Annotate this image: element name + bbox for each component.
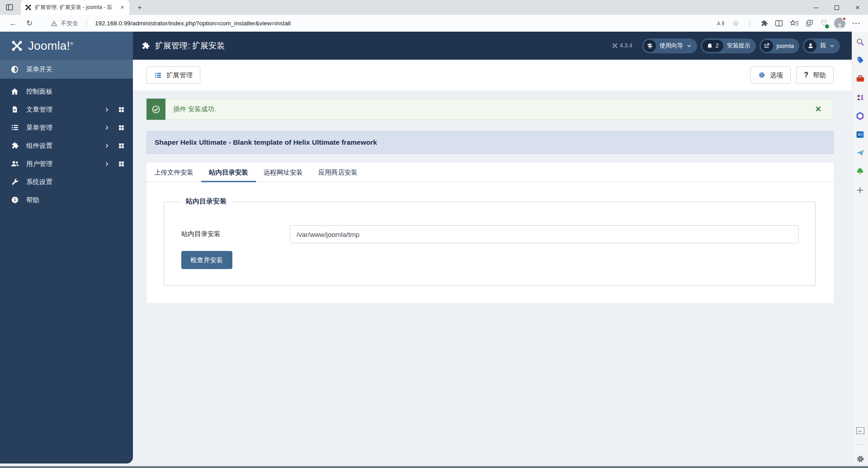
- games-icon[interactable]: [856, 93, 865, 102]
- browser-tab[interactable]: 扩展管理: 扩展安装 - joomla - 后 ✕: [21, 0, 129, 15]
- minimize-button[interactable]: —: [806, 0, 826, 15]
- maximize-button[interactable]: [826, 0, 847, 15]
- sidebar-item-users[interactable]: 用户管理: [0, 155, 133, 173]
- toggle-icon: [10, 65, 19, 74]
- extension-manager-button[interactable]: 扩展管理: [146, 66, 200, 84]
- check-and-install-button[interactable]: 检查并安装: [181, 251, 232, 269]
- sidebar-item-controls: [104, 106, 125, 113]
- grid-icon[interactable]: [118, 124, 125, 131]
- tab-install-from-web[interactable]: 应用商店安装: [311, 163, 365, 182]
- security-label: 不安全: [61, 19, 78, 28]
- window-bottom-edge: [0, 466, 868, 468]
- notification-count: 2: [716, 43, 719, 49]
- gear-icon: [758, 71, 765, 79]
- toolbox-icon[interactable]: [856, 74, 865, 83]
- sidebar-item-label: 帮助: [26, 196, 39, 204]
- microsoft-365-icon[interactable]: [856, 111, 865, 120]
- extension-manager-label: 扩展管理: [166, 71, 193, 80]
- site-security-button[interactable]: 不安全: [51, 19, 78, 28]
- window-controls: — ✕: [806, 0, 868, 15]
- browser-navbar: ← ↻ 不安全 192.168.0.99/administrator/index…: [0, 15, 868, 32]
- new-tab-button[interactable]: +: [134, 2, 146, 14]
- extension-name-banner: Shaper Helix Ultimate - Blank template o…: [146, 131, 834, 154]
- outlook-icon[interactable]: [856, 130, 865, 139]
- browser-titlebar: 扩展管理: 扩展安装 - joomla - 后 ✕ + — ✕: [0, 0, 868, 15]
- sidebar-item-menus[interactable]: 菜单管理: [0, 118, 133, 137]
- sidebar-item-system[interactable]: 系统设置: [0, 173, 133, 191]
- chevron-right-icon[interactable]: [104, 161, 110, 167]
- joomla-logo-icon: [11, 40, 23, 52]
- chevron-right-icon[interactable]: [104, 125, 110, 131]
- joomla-logo[interactable]: Joomla!®: [0, 32, 133, 60]
- guided-tour-pill[interactable]: 使用向导: [642, 38, 697, 53]
- document-icon: [10, 105, 19, 113]
- close-button[interactable]: ✕: [847, 0, 868, 15]
- shopping-tag-icon[interactable]: [856, 56, 865, 65]
- refresh-button[interactable]: ↻: [24, 19, 35, 28]
- favorites-bar-icon[interactable]: [790, 19, 799, 27]
- sidebar-item-content[interactable]: 文章管理: [0, 100, 133, 118]
- guided-tour-label: 使用向导: [660, 42, 683, 50]
- screenshot-icon[interactable]: ✂: [856, 426, 865, 435]
- grid-icon[interactable]: [118, 161, 125, 167]
- sidebar-item-dashboard[interactable]: 控制面板: [0, 82, 133, 100]
- browser-essentials-icon[interactable]: ♡: [821, 19, 827, 28]
- bell-icon: [707, 43, 713, 49]
- help-button[interactable]: ? 帮助: [796, 66, 834, 84]
- sidebar-item-menu-toggle[interactable]: 菜单开关: [0, 60, 133, 79]
- chevron-right-icon[interactable]: [104, 143, 110, 149]
- sidebar-item-label: 菜单开关: [26, 65, 52, 74]
- add-icon[interactable]: [856, 185, 865, 194]
- chevron-down-icon: [687, 43, 692, 48]
- user-menu-pill[interactable]: 我: [803, 38, 840, 53]
- users-icon: [10, 159, 19, 168]
- tree-icon[interactable]: [856, 167, 865, 176]
- page-toolbar: 扩展管理 选项 ? 帮助: [133, 60, 852, 90]
- grid-icon[interactable]: [118, 106, 125, 113]
- chevron-right-icon[interactable]: [104, 107, 110, 113]
- options-button[interactable]: 选项: [750, 66, 791, 84]
- edge-sidebar: ✂: [852, 32, 868, 468]
- install-folder-label: 站内目录安装: [181, 230, 221, 238]
- read-aloud-icon[interactable]: A: [717, 19, 726, 27]
- tab-install-from-url[interactable]: 远程网址安装: [256, 163, 311, 182]
- paper-plane-icon[interactable]: [856, 148, 865, 157]
- help-label: 帮助: [813, 71, 826, 80]
- tab-upload-package[interactable]: 上传文件安装: [146, 163, 201, 182]
- search-icon[interactable]: [856, 37, 865, 46]
- success-icon-block: [146, 99, 165, 120]
- collections-icon[interactable]: [806, 19, 814, 27]
- sidebar-item-components[interactable]: 组件设置: [0, 137, 133, 155]
- split-screen-icon[interactable]: [775, 20, 783, 27]
- user-menu-label: 我: [820, 42, 826, 50]
- grid-icon[interactable]: [118, 142, 125, 149]
- joomla-logo-text: Joomla!®: [28, 39, 73, 53]
- notifications-pill[interactable]: 2 安装提示: [701, 38, 756, 53]
- check-circle-icon: [151, 105, 160, 114]
- back-button[interactable]: ←: [7, 19, 19, 28]
- extensions-icon[interactable]: [760, 19, 768, 27]
- browser-menu-icon[interactable]: ···: [852, 19, 861, 28]
- sidebar-item-controls: [104, 142, 125, 149]
- sidebar-item-label: 菜单管理: [26, 123, 52, 132]
- admin-header: Joomla!® 扩展管理: 扩展安装 4.3.4 使用向导 2: [0, 32, 852, 60]
- maximize-icon: [835, 5, 839, 10]
- install-card: 上传文件安装 站内目录安装 远程网址安装 应用商店安装 站内目录安装 站内目录安…: [146, 163, 834, 303]
- tab-install-from-folder[interactable]: 站内目录安装: [201, 163, 256, 182]
- sidebar-item-help[interactable]: 帮助: [0, 191, 133, 209]
- divider: [86, 20, 87, 27]
- settings-icon[interactable]: [856, 454, 865, 463]
- signpost-icon: [644, 40, 656, 52]
- warning-icon: [51, 20, 57, 27]
- user-icon: [804, 40, 816, 52]
- sidebar-item-label: 控制面板: [26, 87, 52, 96]
- profile-avatar[interactable]: [834, 18, 845, 29]
- favorite-star-icon[interactable]: ☆: [732, 19, 739, 28]
- alert-close-icon[interactable]: ✕: [815, 104, 821, 114]
- url-field[interactable]: 192.168.0.99/administrator/index.php?opt…: [95, 20, 708, 27]
- divider: [750, 20, 750, 27]
- tab-actions-icon[interactable]: [5, 3, 14, 11]
- view-site-pill[interactable]: joomla: [760, 38, 799, 53]
- tab-close-icon[interactable]: ✕: [119, 5, 125, 10]
- install-folder-input[interactable]: [290, 225, 799, 243]
